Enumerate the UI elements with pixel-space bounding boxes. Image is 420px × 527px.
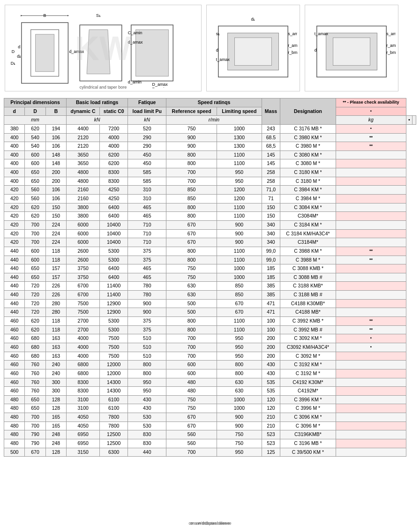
data-cell: 11400 [100, 282, 128, 291]
data-cell: 460 [4, 378, 25, 387]
data-cell: 340 [262, 220, 280, 229]
svg-text:d₂: d₂ [17, 53, 21, 58]
data-cell: C 3192 KM * [280, 361, 336, 369]
data-cell: 440 [4, 308, 25, 317]
data-cell: 4400 [67, 124, 100, 133]
data-cell: C4188 K30MB* [280, 299, 336, 308]
data-cell: 163 [45, 352, 66, 361]
data-cell: C 3180 KM * [280, 168, 336, 177]
data-cell: 385 [262, 291, 280, 300]
data-cell: C 3184 KM * [280, 220, 336, 229]
data-cell: 12500 [100, 430, 128, 439]
note-cell [336, 448, 406, 457]
data-cell: 118 [45, 256, 66, 264]
svg-text:r_amax: r_amax [386, 43, 396, 48]
data-cell: 1100 [217, 256, 262, 264]
data-cell: 700 [25, 413, 45, 422]
header-designation: Designation [280, 98, 336, 125]
note-cell: ** [336, 247, 406, 256]
data-cell: 460 [4, 361, 25, 369]
data-cell: 6800 [67, 369, 100, 378]
data-cell: 226 [45, 282, 66, 291]
data-cell: 71 [262, 195, 280, 203]
data-cell: 520 [128, 124, 166, 133]
data-cell: 460 [4, 369, 25, 378]
data-cell: 540 [25, 133, 45, 142]
data-cell: 375 [128, 256, 166, 264]
data-cell: 2160 [67, 186, 100, 195]
data-cell: 670 [166, 413, 217, 422]
data-cell: 200 [45, 168, 66, 177]
data-cell: 465 [128, 203, 166, 212]
data-cell: 400 [4, 133, 25, 142]
svg-text:s_amin: s_amin [288, 31, 297, 36]
data-cell: 780 [128, 282, 166, 291]
data-cell: 900 [128, 308, 166, 317]
data-cell: 450 [128, 151, 166, 159]
data-cell: 1000 [217, 273, 262, 282]
data-cell: 440 [4, 299, 25, 308]
data-cell: 1300 [217, 142, 262, 151]
data-cell: 99,0 [262, 256, 280, 264]
data-cell: 157 [45, 273, 66, 282]
data-cell: 165 [45, 413, 66, 422]
unit-dot2: • [406, 116, 412, 125]
data-cell: 700 [166, 352, 217, 361]
data-cell: 120 [262, 404, 280, 413]
data-cell: 8300 [100, 177, 128, 186]
data-cell: 375 [128, 325, 166, 334]
data-cell: 510 [128, 352, 166, 361]
data-cell: 780 [128, 291, 166, 300]
data-cell: 720 [25, 308, 45, 317]
data-cell: 670 [217, 308, 262, 317]
data-cell: 950 [128, 378, 166, 387]
data-cell: C3196KMB* [280, 430, 336, 439]
data-cell: 4800 [67, 168, 100, 177]
data-cell: 465 [128, 212, 166, 221]
data-cell: 430 [128, 395, 166, 404]
note-cell [336, 168, 406, 177]
data-cell: C 3988 KM * [280, 247, 336, 256]
data-cell: 900 [217, 220, 262, 229]
data-cell: 480 [4, 413, 25, 422]
data-cell: 630 [166, 282, 217, 291]
note-cell [336, 439, 406, 448]
svg-text:d₁: d₁ [251, 17, 255, 22]
data-cell: 12000 [100, 361, 128, 369]
unit-empty [412, 116, 416, 125]
data-cell: 650 [25, 395, 45, 404]
data-cell: 440 [4, 256, 25, 264]
data-cell: 6800 [67, 361, 100, 369]
data-cell: 200 [262, 343, 280, 352]
data-cell: 6000 [67, 238, 100, 247]
data-cell: 460 [4, 387, 25, 396]
data-cell: 10400 [100, 220, 128, 229]
data-cell: 3750 [67, 273, 100, 282]
data-cell: 585 [128, 168, 166, 177]
note-cell [336, 413, 406, 422]
data-cell: 68.5 [262, 133, 280, 142]
data-cell: 450 [128, 159, 166, 168]
svg-text:r_amax: r_amax [288, 43, 297, 48]
data-cell: 150 [262, 203, 280, 212]
data-cell: 4000 [100, 142, 128, 151]
data-cell: 340 [262, 229, 280, 238]
data-cell: 530 [128, 422, 166, 430]
data-cell: 950 [217, 177, 262, 186]
data-cell: 6100 [100, 404, 128, 413]
data-cell: 400 [4, 159, 25, 168]
data-cell: C 3184 KM/HA3C4* [280, 229, 336, 238]
data-cell: 471 [262, 299, 280, 308]
data-cell: 125 [262, 448, 280, 457]
data-cell: 523 [262, 439, 280, 448]
data-cell: 420 [4, 220, 25, 229]
data-cell: 560 [25, 195, 45, 203]
data-cell: 71,0 [262, 186, 280, 195]
data-cell: 600 [25, 151, 45, 159]
data-cell: 500 [166, 299, 217, 308]
data-cell: 300 [45, 378, 66, 387]
data-cell: 1100 [217, 325, 262, 334]
data-cell: 400 [4, 151, 25, 159]
data-cell: 800 [166, 317, 217, 326]
data-cell: C 3984 KM * [280, 186, 336, 195]
